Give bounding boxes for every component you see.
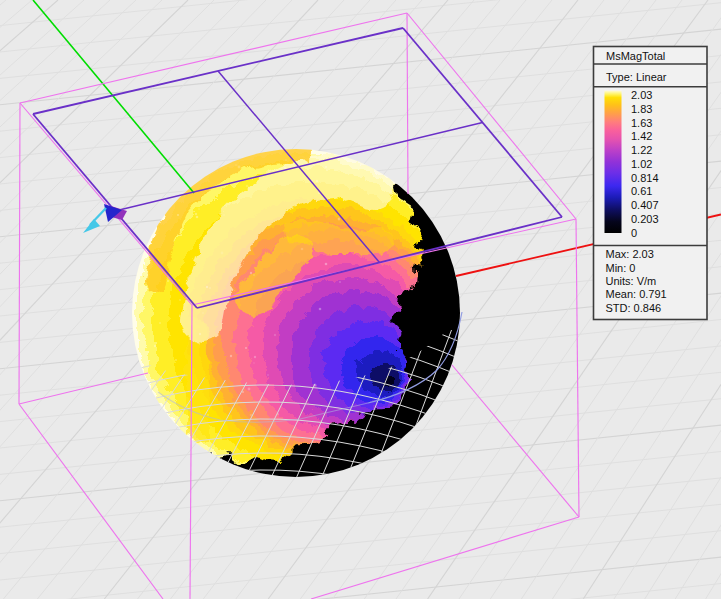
svg-text:0.407: 0.407 [631, 199, 659, 211]
svg-text:Type: Linear: Type: Linear [606, 71, 667, 83]
svg-text:0.61: 0.61 [631, 185, 652, 197]
svg-text:1.02: 1.02 [631, 158, 652, 170]
svg-text:1.63: 1.63 [631, 117, 652, 129]
svg-text:0.203: 0.203 [631, 213, 659, 225]
svg-text:Mean: 0.791: Mean: 0.791 [606, 288, 667, 300]
svg-text:1.42: 1.42 [631, 130, 652, 142]
svg-text:Min: 0: Min: 0 [606, 262, 636, 274]
svg-text:1.22: 1.22 [631, 144, 652, 156]
svg-text:Units: V/m: Units: V/m [606, 275, 657, 287]
svg-text:0: 0 [631, 227, 637, 239]
svg-text:Max: 2.03: Max: 2.03 [606, 248, 654, 260]
svg-text:STD: 0.846: STD: 0.846 [606, 302, 662, 314]
svg-text:MsMagTotal: MsMagTotal [606, 50, 665, 62]
svg-text:2.03: 2.03 [631, 89, 652, 101]
svg-text:0.814: 0.814 [631, 172, 659, 184]
svg-text:1.83: 1.83 [631, 103, 652, 115]
